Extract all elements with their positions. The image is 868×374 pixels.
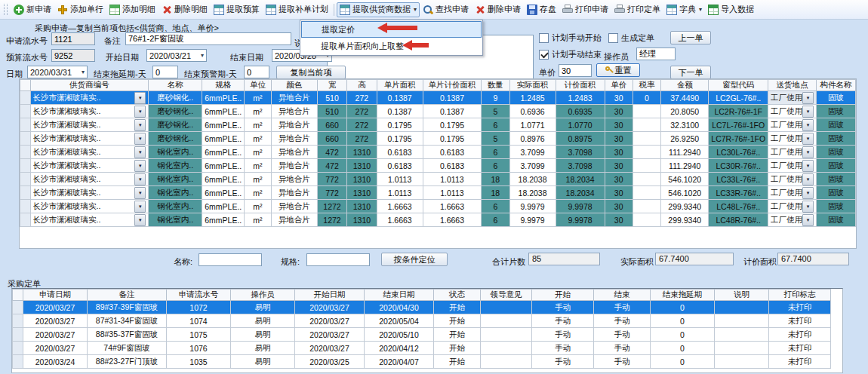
cell[interactable]: 钢化室内.. [149,173,202,186]
cell[interactable]: 30 [605,132,633,146]
cell[interactable]: 546.1020 [661,186,709,200]
print-application-button[interactable]: 打印申请 [559,2,611,17]
toolbar-grip[interactable] [4,4,8,15]
cell[interactable]: 固玻 [817,91,856,105]
column-header[interactable]: 申请日期 [23,290,88,301]
unit-price-input[interactable] [559,64,592,77]
combo-dropdown-button[interactable]: ▾ [802,119,814,131]
cell[interactable]: 手动 [594,355,651,369]
cell[interactable]: 手动 [594,301,651,314]
cell[interactable]: 磨砂钢化.. [149,105,202,118]
row-selector[interactable] [20,173,31,186]
cell[interactable]: m² [245,132,271,146]
cell[interactable]: 272 [347,105,377,118]
detail-row[interactable]: 长沙市潇湘玻璃实..▾磨砂钢化..6mmPLE..m²异地合片5102720.1… [20,91,856,105]
filter-spec-input[interactable] [306,253,370,266]
cell[interactable]: 0.1795 [423,132,481,146]
cell[interactable]: 772 [317,173,346,186]
cell[interactable]: 手动 [532,301,594,314]
cell[interactable]: 长沙市潇湘玻璃实..▾ [30,146,149,159]
cell[interactable]: 异地合片 [271,173,317,186]
cell[interactable]: 1272 [317,200,346,213]
column-header[interactable]: 单位 [245,80,271,91]
cell[interactable]: m² [245,213,271,227]
cell[interactable]: 6 [482,118,509,132]
row-selector[interactable] [13,328,23,342]
order-row[interactable]: 2020/03/2774#9F窗固玻1076易明2020/03/272020/0… [13,342,831,355]
cell[interactable]: 6mmPLE.. [202,173,245,186]
cell[interactable]: 工厂使用▾ [768,186,817,200]
cell[interactable]: 111.2940 [661,146,709,159]
combo-dropdown-button[interactable]: ▾ [802,214,814,226]
cell[interactable]: 0.1387 [423,91,481,105]
cell[interactable]: 磨砂钢化.. [149,118,202,132]
cell[interactable]: 1310 [347,186,377,200]
cell[interactable]: 开始 [434,342,481,355]
cell[interactable]: 9 [482,91,509,105]
cell[interactable]: 2020/03/27 [23,301,88,314]
cell[interactable] [715,301,769,314]
add-single-row-button[interactable]: 添加单行 [54,2,106,17]
filter-name-input[interactable] [199,253,262,266]
cell[interactable]: 18 [482,173,509,186]
cell[interactable]: 2020/04/12 [365,342,434,355]
column-header[interactable]: 数量 [482,80,509,91]
cell[interactable]: 长沙市潇湘玻璃实..▾ [30,105,149,118]
cell[interactable]: LC33L-76#.. [709,173,768,186]
cell[interactable]: 6mmPLE.. [202,105,245,118]
add-detail-button[interactable]: 添加明细 [106,2,159,17]
checkbox-box[interactable] [539,50,549,60]
combo-dropdown-button[interactable]: ▾ [134,119,146,131]
row-selector[interactable] [13,314,23,328]
cell[interactable]: 1.2483 [556,91,605,105]
cell[interactable]: 工厂使用▾ [768,132,817,146]
column-header[interactable]: 高 [347,80,377,91]
column-header[interactable]: 开始 [532,290,594,301]
cell[interactable]: 6mmPLE.. [202,159,245,173]
column-header[interactable]: 构件名称 [817,80,856,91]
cell[interactable]: LC48L-76#.. [709,200,768,213]
cell[interactable]: 1.0771 [509,118,556,132]
cell[interactable]: 钢化室内.. [149,213,202,227]
row-selector[interactable] [20,105,31,118]
cell[interactable] [715,355,769,369]
column-header[interactable]: 开始日期 [295,290,365,301]
cell[interactable]: 18.2034 [556,173,605,186]
extract-piece-area-round-up-menu-item[interactable]: 提取单片面积向上取整 [301,38,482,54]
cell[interactable]: 1.0113 [377,186,423,200]
cell[interactable]: 手动 [594,342,651,355]
start-date-combo[interactable]: 2020/03/21▾ [146,49,207,62]
combo-dropdown-button[interactable]: ▾ [134,214,146,226]
cell[interactable]: 510 [317,105,346,118]
row-selector[interactable] [20,213,31,227]
cell[interactable]: 6mmPLE.. [202,146,245,159]
cell[interactable]: 固玻 [817,200,856,213]
column-header[interactable]: 备注 [88,290,167,301]
cell[interactable]: 手动 [532,342,594,355]
cell[interactable]: 易明 [231,301,295,314]
cell[interactable]: LC2GL-76#.. [709,91,768,105]
cell[interactable] [633,200,660,213]
find-application-button[interactable]: 查找申请 [420,2,472,17]
detail-row[interactable]: 长沙市潇湘玻璃实..▾钢化室内..6mmPLE..m²异地合片47213100.… [20,159,856,173]
cell[interactable]: 手动 [532,328,594,342]
column-header[interactable]: 供货商编号 [30,80,149,91]
reset-button[interactable]: 重置 [596,63,640,77]
cell[interactable]: 1.0113 [423,173,481,186]
cell[interactable]: 固玻 [817,173,856,186]
cell[interactable]: 2020/03/27 [23,328,88,342]
cell[interactable]: 易明 [231,314,295,328]
cell[interactable] [633,105,660,118]
cell[interactable]: 易明 [231,328,295,342]
cell[interactable]: 0.6183 [377,146,423,159]
cell[interactable]: 1.6663 [377,213,423,227]
row-selector[interactable] [13,342,23,355]
cell[interactable]: 长沙市潇湘玻璃实..▾ [30,213,149,227]
cell[interactable]: m² [245,159,271,173]
cell[interactable]: 30 [605,200,633,213]
cell[interactable]: 30 [605,118,633,132]
order-row[interactable]: 2020/03/2789#37-39F窗固玻1072易明2020/03/2720… [13,301,831,314]
cell[interactable]: 89#37-39F窗固玻 [88,301,167,314]
cell[interactable]: 1310 [347,146,377,159]
cell[interactable] [481,314,532,328]
